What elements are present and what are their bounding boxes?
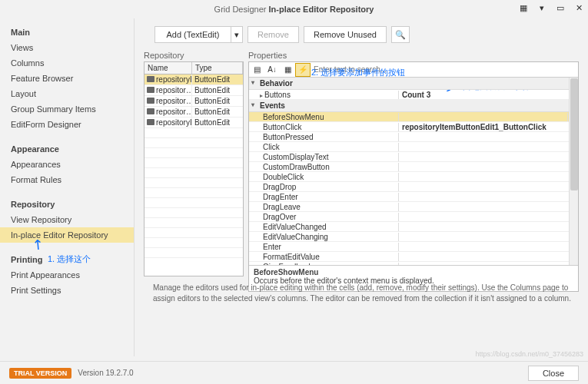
ev-givefeedback[interactable]: GiveFeedback bbox=[249, 263, 399, 266]
repo-col-name[interactable]: Name bbox=[145, 62, 192, 74]
version-label: Version 19.2.7.0 bbox=[78, 369, 133, 377]
prop-buttons[interactable]: Buttons bbox=[249, 91, 399, 99]
annotation-1: 1. 选择这个 bbox=[48, 253, 91, 265]
ev-customdrawbutton[interactable]: CustomDrawButton bbox=[249, 163, 399, 171]
add-button[interactable]: Add (TextEdit) bbox=[154, 26, 231, 43]
ev-editvaluechanging[interactable]: EditValueChanging bbox=[249, 233, 399, 241]
events-icon[interactable]: ⚡ bbox=[295, 63, 311, 77]
repo-row[interactable]: repositor…ButtonEdit bbox=[145, 107, 243, 118]
ev-dragleave[interactable]: DragLeave bbox=[249, 203, 399, 211]
sidebar-item-columns[interactable]: Columns bbox=[0, 55, 134, 71]
sidebar-item-appearances[interactable]: Appearances bbox=[0, 157, 134, 172]
sidebar-item-view-repo[interactable]: View Repository bbox=[0, 212, 134, 227]
section-main: Main bbox=[0, 23, 134, 40]
sidebar-item-group-summary[interactable]: Group Summary Items bbox=[0, 101, 134, 117]
repo-label: Repository bbox=[144, 51, 244, 60]
ev-buttonpressed[interactable]: ButtonPressed bbox=[249, 133, 399, 141]
window-title: Grid Designer In-place Editor Repository bbox=[214, 5, 374, 14]
ev-dragover[interactable]: DragOver bbox=[249, 213, 399, 221]
repo-row[interactable]: repositor…ButtonEdit bbox=[145, 96, 243, 107]
repo-col-type[interactable]: Type bbox=[192, 62, 243, 74]
props-icon[interactable]: ▦ bbox=[280, 63, 295, 77]
repo-row[interactable]: repositoryIt..ButtonEdit bbox=[145, 74, 243, 85]
ev-formateditvalue[interactable]: FormatEditValue bbox=[249, 253, 399, 261]
minimize-icon[interactable]: ▭ bbox=[554, 2, 566, 14]
ev-editvaluechanged[interactable]: EditValueChanged bbox=[249, 223, 399, 231]
sidebar-item-views[interactable]: Views bbox=[0, 40, 134, 55]
ev-doubleclick[interactable]: DoubleClick bbox=[249, 173, 399, 181]
grid-icon[interactable]: ▦ bbox=[517, 2, 530, 14]
sidebar-item-feature[interactable]: Feature Browser bbox=[0, 71, 134, 86]
footer-help-text: Manage the editors used for in-place edi… bbox=[144, 278, 579, 304]
remove-unused-button[interactable]: Remove Unused bbox=[304, 26, 387, 43]
ev-beforeshowmenu[interactable]: BeforeShowMenu bbox=[249, 113, 399, 121]
repo-row[interactable]: repositoryIt..ButtonEdit bbox=[145, 118, 243, 128]
sidebar: Main Views Columns Feature Browser Layou… bbox=[0, 18, 135, 356]
close-icon[interactable]: ✕ bbox=[573, 2, 585, 14]
props-label: Properties bbox=[248, 51, 579, 60]
watermark: https://blog.csdn.net/m0_37456283 bbox=[475, 350, 583, 358]
search-icon-button[interactable]: 🔍 bbox=[391, 26, 410, 43]
scrollbar[interactable] bbox=[569, 78, 578, 265]
ev-dragdrop[interactable]: DragDrop bbox=[249, 183, 399, 191]
trial-badge: TRIAL VERSION bbox=[9, 368, 71, 379]
ev-customdisplaytext[interactable]: CustomDisplayText bbox=[249, 153, 399, 161]
sidebar-item-editform[interactable]: EditForm Designer bbox=[0, 117, 134, 132]
sidebar-item-format-rules[interactable]: Format Rules bbox=[0, 172, 134, 187]
ev-dragenter[interactable]: DragEnter bbox=[249, 193, 399, 201]
sidebar-item-print-appear[interactable]: Print Appearances bbox=[0, 267, 134, 283]
cat-behavior[interactable]: Behavior bbox=[249, 78, 578, 90]
section-repository: Repository bbox=[0, 195, 134, 212]
cat-events[interactable]: Events bbox=[249, 100, 578, 112]
sidebar-item-layout[interactable]: Layout bbox=[0, 86, 134, 101]
remove-button[interactable]: Remove bbox=[247, 26, 299, 43]
categorized-icon[interactable]: ▤ bbox=[249, 63, 264, 77]
repo-grid[interactable]: Name Type repositoryIt..ButtonEditreposi… bbox=[144, 61, 244, 276]
sidebar-item-inplace-repo[interactable]: In-place Editor Repository bbox=[0, 227, 134, 243]
ev-buttonclick[interactable]: ButtonClick bbox=[249, 123, 399, 131]
sidebar-item-print-settings[interactable]: Print Settings bbox=[0, 283, 134, 298]
ev-enter[interactable]: Enter bbox=[249, 243, 399, 251]
separator-icon: ▾ bbox=[536, 2, 548, 14]
add-dropdown[interactable]: ▾ bbox=[231, 26, 243, 43]
alpha-icon[interactable]: A↓ bbox=[264, 63, 280, 77]
ev-click[interactable]: Click bbox=[249, 143, 399, 151]
repo-row[interactable]: repositor…ButtonEdit bbox=[145, 85, 243, 96]
close-button[interactable]: Close bbox=[528, 366, 579, 381]
section-appearance: Appearance bbox=[0, 140, 134, 157]
